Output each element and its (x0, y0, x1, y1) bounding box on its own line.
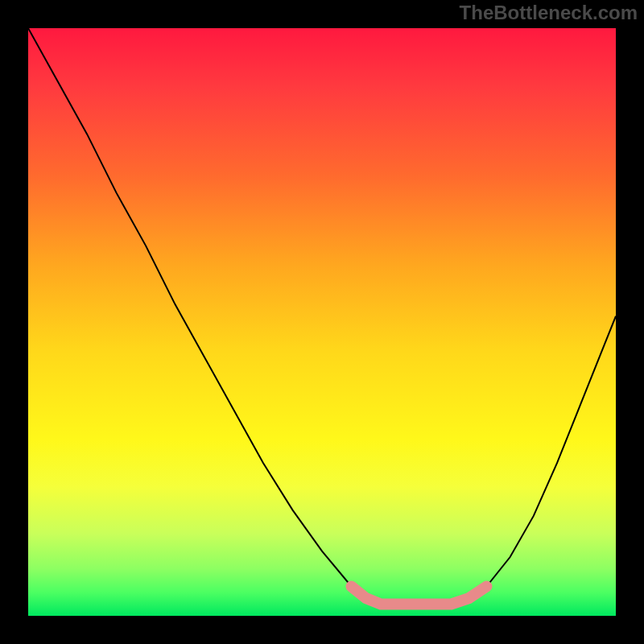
chart-plot-area (28, 28, 616, 616)
chart-svg (28, 28, 616, 616)
black-curve (28, 28, 616, 604)
watermark-text: TheBottleneck.com (460, 2, 638, 24)
pink-overlay (352, 587, 487, 605)
